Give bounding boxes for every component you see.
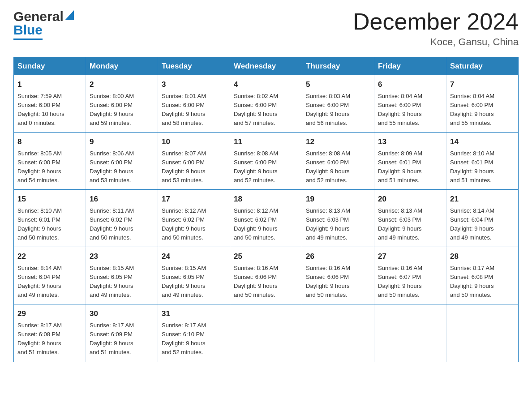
day-info: Sunrise: 8:13 AMSunset: 6:03 PMDaylight:… <box>378 206 442 243</box>
day-info: Sunrise: 8:13 AMSunset: 6:03 PMDaylight:… <box>306 206 370 243</box>
calendar-cell: 31Sunrise: 8:17 AMSunset: 6:10 PMDayligh… <box>158 304 230 362</box>
day-number: 8 <box>17 136 82 148</box>
day-number: 1 <box>17 79 82 90</box>
day-number: 17 <box>162 193 226 205</box>
day-number: 28 <box>450 251 515 262</box>
day-info: Sunrise: 8:16 AMSunset: 6:07 PMDaylight:… <box>378 264 442 300</box>
calendar-cell: 3Sunrise: 8:01 AMSunset: 6:00 PMDaylight… <box>158 75 230 133</box>
day-info: Sunrise: 8:10 AMSunset: 6:01 PMDaylight:… <box>17 206 82 243</box>
day-info: Sunrise: 8:01 AMSunset: 6:00 PMDaylight:… <box>162 92 226 128</box>
day-number: 7 <box>450 79 515 90</box>
calendar-cell: 19Sunrise: 8:13 AMSunset: 6:03 PMDayligh… <box>302 190 374 247</box>
header-sunday: Sunday <box>14 57 86 76</box>
day-info: Sunrise: 8:15 AMSunset: 6:05 PMDaylight:… <box>162 264 226 300</box>
calendar-cell <box>230 304 302 362</box>
day-info: Sunrise: 8:16 AMSunset: 6:06 PMDaylight:… <box>234 264 298 300</box>
month-title: December 2024 <box>353 9 519 34</box>
calendar-cell: 4Sunrise: 8:02 AMSunset: 6:00 PMDaylight… <box>230 75 302 133</box>
day-number: 13 <box>378 136 442 148</box>
calendar-cell: 25Sunrise: 8:16 AMSunset: 6:06 PMDayligh… <box>230 247 302 304</box>
calendar-week-row: 22Sunrise: 8:14 AMSunset: 6:04 PMDayligh… <box>14 247 519 304</box>
day-info: Sunrise: 8:06 AMSunset: 6:00 PMDaylight:… <box>90 149 154 185</box>
logo: General Blue <box>13 9 74 40</box>
header-saturday: Saturday <box>446 57 519 76</box>
calendar-cell: 5Sunrise: 8:03 AMSunset: 6:00 PMDaylight… <box>302 75 374 133</box>
calendar-cell: 24Sunrise: 8:15 AMSunset: 6:05 PMDayligh… <box>158 247 230 304</box>
day-number: 19 <box>306 193 370 205</box>
day-info: Sunrise: 8:17 AMSunset: 6:10 PMDaylight:… <box>162 321 226 357</box>
location-text: Koce, Gansu, China <box>353 36 519 48</box>
calendar-cell: 14Sunrise: 8:10 AMSunset: 6:01 PMDayligh… <box>446 133 519 190</box>
day-number: 21 <box>450 193 515 205</box>
calendar-cell: 27Sunrise: 8:16 AMSunset: 6:07 PMDayligh… <box>374 247 446 304</box>
day-number: 27 <box>378 251 442 262</box>
day-number: 14 <box>450 136 515 148</box>
header-tuesday: Tuesday <box>158 57 230 76</box>
day-info: Sunrise: 8:14 AMSunset: 6:04 PMDaylight:… <box>450 206 515 243</box>
calendar-cell: 9Sunrise: 8:06 AMSunset: 6:00 PMDaylight… <box>86 133 158 190</box>
calendar-week-row: 15Sunrise: 8:10 AMSunset: 6:01 PMDayligh… <box>14 190 519 247</box>
day-number: 9 <box>90 136 154 148</box>
day-info: Sunrise: 8:12 AMSunset: 6:02 PMDaylight:… <box>162 206 226 243</box>
day-number: 30 <box>90 308 154 320</box>
day-info: Sunrise: 7:59 AMSunset: 6:00 PMDaylight:… <box>17 92 82 128</box>
day-info: Sunrise: 8:17 AMSunset: 6:08 PMDaylight:… <box>450 264 515 300</box>
svg-marker-0 <box>65 10 74 20</box>
day-info: Sunrise: 8:10 AMSunset: 6:01 PMDaylight:… <box>450 149 515 185</box>
calendar-cell: 23Sunrise: 8:15 AMSunset: 6:05 PMDayligh… <box>86 247 158 304</box>
calendar-header-row: SundayMondayTuesdayWednesdayThursdayFrid… <box>14 57 519 76</box>
day-info: Sunrise: 8:08 AMSunset: 6:00 PMDaylight:… <box>306 149 370 185</box>
calendar-cell: 17Sunrise: 8:12 AMSunset: 6:02 PMDayligh… <box>158 190 230 247</box>
day-info: Sunrise: 8:04 AMSunset: 6:00 PMDaylight:… <box>450 92 515 128</box>
title-section: December 2024 Koce, Gansu, China <box>353 9 519 48</box>
day-number: 10 <box>162 136 226 148</box>
calendar-cell: 30Sunrise: 8:17 AMSunset: 6:09 PMDayligh… <box>86 304 158 362</box>
calendar-cell: 29Sunrise: 8:17 AMSunset: 6:08 PMDayligh… <box>14 304 86 362</box>
logo-general-text: General <box>13 9 64 24</box>
day-number: 22 <box>17 251 82 262</box>
day-info: Sunrise: 8:09 AMSunset: 6:01 PMDaylight:… <box>378 149 442 185</box>
day-number: 12 <box>306 136 370 148</box>
calendar-cell: 10Sunrise: 8:07 AMSunset: 6:00 PMDayligh… <box>158 133 230 190</box>
day-number: 18 <box>234 193 298 205</box>
calendar-week-row: 1Sunrise: 7:59 AMSunset: 6:00 PMDaylight… <box>14 75 519 133</box>
day-number: 20 <box>378 193 442 205</box>
day-number: 31 <box>162 308 226 320</box>
calendar-cell <box>302 304 374 362</box>
day-info: Sunrise: 8:17 AMSunset: 6:09 PMDaylight:… <box>90 321 154 357</box>
header-wednesday: Wednesday <box>230 57 302 76</box>
day-info: Sunrise: 8:03 AMSunset: 6:00 PMDaylight:… <box>306 92 370 128</box>
day-number: 6 <box>378 79 442 90</box>
day-info: Sunrise: 8:05 AMSunset: 6:00 PMDaylight:… <box>17 149 82 185</box>
calendar-cell: 22Sunrise: 8:14 AMSunset: 6:04 PMDayligh… <box>14 247 86 304</box>
page-header: General Blue December 2024 Koce, Gansu, … <box>13 9 519 48</box>
calendar-cell: 13Sunrise: 8:09 AMSunset: 6:01 PMDayligh… <box>374 133 446 190</box>
day-info: Sunrise: 8:14 AMSunset: 6:04 PMDaylight:… <box>17 264 82 300</box>
day-info: Sunrise: 8:02 AMSunset: 6:00 PMDaylight:… <box>234 92 298 128</box>
day-number: 5 <box>306 79 370 90</box>
calendar-cell: 8Sunrise: 8:05 AMSunset: 6:00 PMDaylight… <box>14 133 86 190</box>
calendar-cell <box>374 304 446 362</box>
day-number: 26 <box>306 251 370 262</box>
day-number: 2 <box>90 79 154 90</box>
calendar-cell: 21Sunrise: 8:14 AMSunset: 6:04 PMDayligh… <box>446 190 519 247</box>
day-number: 16 <box>90 193 154 205</box>
day-info: Sunrise: 8:15 AMSunset: 6:05 PMDaylight:… <box>90 264 154 300</box>
calendar-cell: 20Sunrise: 8:13 AMSunset: 6:03 PMDayligh… <box>374 190 446 247</box>
calendar-cell: 18Sunrise: 8:12 AMSunset: 6:02 PMDayligh… <box>230 190 302 247</box>
day-number: 24 <box>162 251 226 262</box>
calendar-cell: 6Sunrise: 8:04 AMSunset: 6:00 PMDaylight… <box>374 75 446 133</box>
calendar-cell: 15Sunrise: 8:10 AMSunset: 6:01 PMDayligh… <box>14 190 86 247</box>
calendar-cell <box>446 304 519 362</box>
day-number: 11 <box>234 136 298 148</box>
calendar-cell: 2Sunrise: 8:00 AMSunset: 6:00 PMDaylight… <box>86 75 158 133</box>
day-info: Sunrise: 8:04 AMSunset: 6:00 PMDaylight:… <box>378 92 442 128</box>
day-number: 23 <box>90 251 154 262</box>
logo-blue-text: Blue <box>13 22 43 40</box>
calendar-cell: 7Sunrise: 8:04 AMSunset: 6:00 PMDaylight… <box>446 75 519 133</box>
header-monday: Monday <box>86 57 158 76</box>
header-friday: Friday <box>374 57 446 76</box>
day-info: Sunrise: 8:00 AMSunset: 6:00 PMDaylight:… <box>90 92 154 128</box>
day-info: Sunrise: 8:17 AMSunset: 6:08 PMDaylight:… <box>17 321 82 357</box>
day-number: 4 <box>234 79 298 90</box>
